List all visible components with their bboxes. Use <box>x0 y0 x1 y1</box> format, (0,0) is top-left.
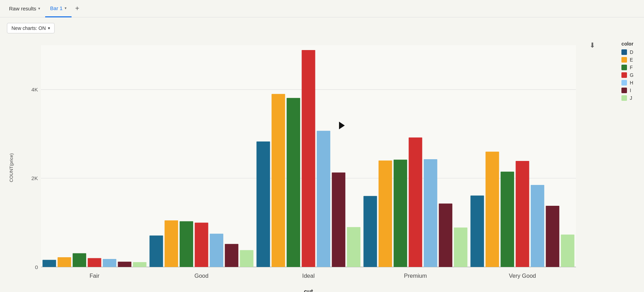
chart-inner: ⬇ color D E F G <box>18 38 637 292</box>
svg-rect-12 <box>88 258 101 267</box>
svg-rect-11 <box>73 253 86 267</box>
svg-rect-35 <box>394 160 407 267</box>
legend-label-G: G <box>630 72 634 78</box>
svg-rect-14 <box>118 262 131 267</box>
legend-swatch-F <box>621 65 627 70</box>
svg-rect-22 <box>225 244 238 267</box>
legend-swatch-H <box>621 80 627 86</box>
tab-bar1-label: Bar 1 <box>50 5 63 11</box>
tab-bar1[interactable]: Bar 1 ▾ <box>45 0 72 17</box>
legend-swatch-G <box>621 72 627 78</box>
svg-text:Very Good: Very Good <box>509 273 536 279</box>
svg-rect-33 <box>363 196 377 267</box>
svg-rect-43 <box>501 172 514 267</box>
svg-rect-25 <box>256 141 270 267</box>
legend-item-D: D <box>621 49 634 55</box>
bar-chart: 02K4KFairGoodIdealPremiumVery Goodcut <box>18 38 637 292</box>
svg-rect-13 <box>103 259 116 267</box>
svg-rect-29 <box>317 131 330 267</box>
legend-item-E: E <box>621 57 634 63</box>
legend-item-J: J <box>621 95 634 101</box>
tab-add-button[interactable]: + <box>72 3 83 14</box>
download-icon[interactable]: ⬇ <box>589 41 595 49</box>
chart-container: COUNT(price) ⬇ color D E F <box>7 38 637 292</box>
tab-bar: Raw results ▾ Bar 1 ▾ + <box>0 0 644 17</box>
svg-rect-21 <box>210 234 223 267</box>
svg-rect-36 <box>409 137 422 267</box>
legend-item-F: F <box>621 65 634 70</box>
svg-rect-38 <box>439 204 452 267</box>
svg-rect-19 <box>180 221 193 267</box>
svg-text:Premium: Premium <box>404 273 427 279</box>
svg-text:2K: 2K <box>31 175 38 181</box>
legend-swatch-I <box>621 88 627 93</box>
legend-swatch-D <box>621 49 627 55</box>
legend-label-H: H <box>630 80 633 86</box>
legend-swatch-E <box>621 57 627 63</box>
legend-label-E: E <box>630 57 633 63</box>
legend-title: color <box>621 41 634 47</box>
tab-raw-results-chevron[interactable]: ▾ <box>38 6 40 11</box>
svg-rect-27 <box>287 98 300 267</box>
svg-rect-42 <box>486 152 499 267</box>
legend-label-F: F <box>630 65 633 70</box>
legend-label-J: J <box>630 95 632 101</box>
legend-swatch-J <box>621 95 627 101</box>
svg-rect-46 <box>546 206 559 267</box>
svg-rect-45 <box>531 185 544 267</box>
svg-rect-47 <box>561 235 575 267</box>
svg-rect-18 <box>165 220 178 267</box>
svg-rect-17 <box>149 235 163 267</box>
svg-rect-20 <box>195 222 208 267</box>
svg-rect-41 <box>470 196 484 267</box>
tab-raw-results-label: Raw results <box>9 6 36 11</box>
svg-text:0: 0 <box>35 264 38 270</box>
svg-rect-28 <box>302 50 315 267</box>
svg-rect-37 <box>424 159 437 267</box>
legend-label-D: D <box>630 49 633 55</box>
svg-rect-34 <box>379 161 392 267</box>
legend-item-I: I <box>621 88 634 93</box>
svg-rect-31 <box>347 227 361 267</box>
new-charts-chevron: ▾ <box>48 26 50 31</box>
legend-label-I: I <box>630 88 631 93</box>
svg-rect-9 <box>42 260 56 267</box>
svg-rect-30 <box>332 172 345 267</box>
legend-item-G: G <box>621 72 634 78</box>
legend: color D E F G <box>621 41 634 101</box>
svg-text:Ideal: Ideal <box>302 273 315 279</box>
svg-text:4K: 4K <box>31 87 38 92</box>
tab-bar1-chevron[interactable]: ▾ <box>65 6 67 10</box>
svg-rect-15 <box>133 262 147 267</box>
toolbar: New charts: ON ▾ <box>7 23 637 33</box>
new-charts-toggle[interactable]: New charts: ON ▾ <box>7 23 55 33</box>
svg-rect-10 <box>58 257 71 267</box>
svg-text:Good: Good <box>195 273 208 279</box>
legend-item-H: H <box>621 80 634 86</box>
svg-rect-39 <box>454 227 468 267</box>
svg-text:cut: cut <box>304 288 313 292</box>
svg-rect-23 <box>240 250 254 267</box>
y-axis-label: COUNT(price) <box>7 38 15 292</box>
svg-rect-44 <box>516 161 529 267</box>
tab-raw-results[interactable]: Raw results ▾ <box>4 0 45 17</box>
new-charts-label: New charts: ON <box>11 25 46 31</box>
svg-text:Fair: Fair <box>90 273 100 279</box>
svg-rect-26 <box>272 94 285 267</box>
chart-area: New charts: ON ▾ COUNT(price) ⬇ color D … <box>0 17 644 292</box>
